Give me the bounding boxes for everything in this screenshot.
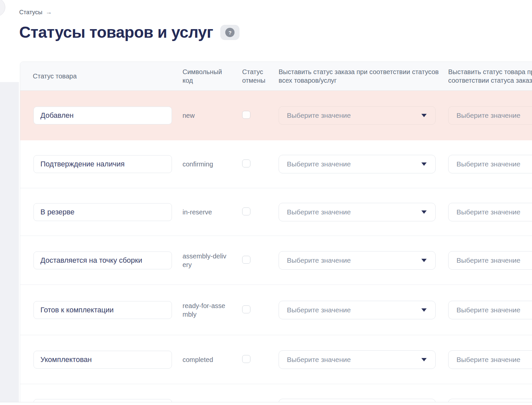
symbolic-code-value: completed bbox=[183, 355, 229, 364]
status-row: ready-for-assembly Выберите значение Выб… bbox=[20, 285, 532, 335]
page-title: Статусы товаров и услуг bbox=[19, 24, 213, 41]
product-status-select[interactable]: Выберите значение bbox=[448, 106, 532, 125]
status-name-input[interactable] bbox=[33, 301, 172, 319]
column-header-cancel-status: Статус отмены bbox=[242, 68, 279, 85]
order-status-select[interactable]: Выберите значение bbox=[279, 155, 436, 173]
status-name-input[interactable] bbox=[33, 203, 172, 221]
table-header-row: Статус товара Символьный код Статус отме… bbox=[20, 62, 532, 91]
statuses-table: Статус товара Символьный код Статус отме… bbox=[20, 62, 532, 405]
question-icon: ? bbox=[225, 28, 235, 37]
column-header-symbolic-code: Символьный код bbox=[183, 68, 242, 85]
status-name-input[interactable] bbox=[33, 107, 172, 124]
status-name-input[interactable] bbox=[33, 251, 172, 269]
cancel-status-checkbox[interactable] bbox=[242, 355, 250, 363]
product-status-select[interactable]: Выберите значение bbox=[448, 155, 532, 173]
breadcrumb-link[interactable]: Статусы bbox=[19, 9, 42, 16]
column-header-product-status-on-match: Выставить статус товара при соответствии… bbox=[448, 68, 532, 85]
symbolic-code-value: in-reserve bbox=[183, 208, 229, 216]
chevron-down-icon bbox=[421, 358, 427, 361]
chevron-down-icon bbox=[421, 259, 427, 262]
cancel-status-checkbox[interactable] bbox=[242, 111, 250, 119]
cancel-status-checkbox[interactable] bbox=[242, 207, 250, 215]
status-row: assembly-delivery Выберите значение Выбе… bbox=[20, 236, 532, 285]
cancel-status-checkbox[interactable] bbox=[242, 256, 250, 264]
order-status-select[interactable]: Выберите значение bbox=[279, 251, 436, 270]
order-status-select[interactable]: Выберите значение bbox=[279, 106, 436, 125]
breadcrumb[interactable]: Статусы → bbox=[19, 9, 239, 16]
arrow-right-icon: → bbox=[46, 9, 52, 16]
column-header-product-status: Статус товара bbox=[20, 72, 183, 80]
page-header: Статусы → Статусы товаров и услуг ? bbox=[19, 9, 239, 41]
chevron-down-icon bbox=[421, 162, 427, 166]
symbolic-code-value: ready-for-assembly bbox=[183, 301, 229, 319]
cancel-status-checkbox[interactable] bbox=[242, 159, 250, 167]
cancel-status-checkbox[interactable] bbox=[242, 305, 250, 313]
chevron-down-icon bbox=[421, 210, 427, 214]
sidebar-rail bbox=[0, 82, 19, 402]
status-name-input[interactable] bbox=[33, 155, 172, 173]
column-header-order-status-on-match: Выставить статус заказа при соответствии… bbox=[279, 68, 448, 85]
status-row: completed Выберите значение Выберите зна… bbox=[20, 335, 532, 384]
status-name-input[interactable] bbox=[33, 351, 172, 369]
symbolic-code-value: new bbox=[183, 111, 229, 120]
product-status-select[interactable]: Выберите значение bbox=[448, 350, 532, 369]
product-status-select[interactable]: Выберите значение bbox=[448, 203, 532, 221]
product-status-select[interactable]: Выберите значение bbox=[448, 301, 532, 319]
status-row: confirming Выберите значение Выберите зн… bbox=[20, 140, 532, 188]
chevron-down-icon bbox=[421, 308, 427, 312]
symbolic-code-value: confirming bbox=[183, 160, 229, 168]
help-button[interactable]: ? bbox=[220, 25, 239, 40]
product-status-select[interactable]: Выберите значение bbox=[448, 251, 532, 270]
order-status-select[interactable]: Выберите значение bbox=[279, 203, 436, 221]
status-row: in-reserve Выберите значение Выберите зн… bbox=[20, 188, 532, 236]
avatar[interactable] bbox=[0, 0, 5, 17]
symbolic-code-value: assembly-delivery bbox=[183, 252, 229, 269]
chevron-down-icon bbox=[421, 114, 427, 117]
bottom-bar bbox=[0, 402, 532, 405]
status-row: new Выберите значение Выберите значение bbox=[20, 91, 532, 140]
order-status-select[interactable]: Выберите значение bbox=[279, 350, 436, 369]
order-status-select[interactable]: Выберите значение bbox=[279, 301, 436, 319]
